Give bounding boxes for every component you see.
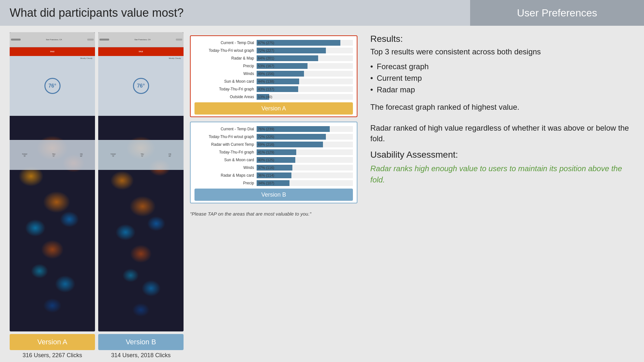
bullet-item: Radar map (370, 85, 634, 94)
chart-row-label: Sun & Moon card (194, 79, 254, 84)
chart-bar: 69% (216) (257, 142, 323, 147)
chart-bar-wrap: 41% (129) (257, 149, 353, 155)
chart-bar-wrap: 34% (107) (257, 180, 353, 186)
results-subtitle: Top 3 results were consistent across bot… (370, 47, 634, 57)
chart-bar-wrap: 36% (114) (257, 172, 353, 178)
chart-bar: 34% (107) (257, 180, 289, 186)
chart-row-label: Sun & Moon card (194, 158, 254, 162)
chart-bar-wrap: 40% (125) (257, 157, 353, 163)
chart-bar-wrap: 72% (225) (257, 134, 353, 140)
chart-row: Sun & Moon card44% (138) (194, 79, 353, 84)
section-label-box: User Preferences (470, 0, 644, 26)
screenshots-section: San Francisco, CA SALE 76° Mostly Cloudy (10, 32, 184, 359)
version-a-col: San Francisco, CA SALE 76° Mostly Cloudy (10, 32, 95, 359)
version-b-screenshot: San Francisco, CA SALE 76° Mostly Cloudy (98, 32, 184, 331)
section-label: User Preferences (517, 7, 597, 19)
chart-row-label: Radar & Map (194, 56, 254, 60)
version-a-stats: 316 Users, 2267 Clicks (10, 352, 95, 359)
chart-bar-value: 37% (116) (258, 166, 274, 170)
chart-bar-wrap: 37% (116) (257, 165, 353, 171)
chart-row-label: Today-Thu-Fri w/out graph (194, 48, 254, 53)
chart-row-label: Radar with Current Temp (194, 142, 254, 147)
chart-bar: 44% (138) (257, 79, 299, 84)
version-tab: Version A (194, 102, 353, 115)
chart-row-label: Outside Areas (194, 95, 254, 99)
bullet-item: Forecast graph (370, 62, 634, 71)
version-a-screenshot: San Francisco, CA SALE 76° Mostly Cloudy (10, 32, 95, 331)
chart-bar-value: 44% (138) (258, 79, 274, 83)
version-b-stats: 314 Users, 2018 Clicks (98, 352, 184, 359)
chart-row: Radar with Current Temp69% (216) (194, 142, 353, 147)
chart-bar-value: 34% (107) (258, 181, 274, 185)
main-content: San Francisco, CA SALE 76° Mostly Cloudy (0, 26, 644, 362)
chart-row-label: Precip (194, 64, 254, 68)
chart-bar: 87% (275) (257, 40, 340, 46)
page-title: What did participants value most? (0, 6, 470, 20)
chart-bar-wrap: 49% (156) (257, 71, 353, 77)
chart-bar: 72% (225) (257, 134, 326, 140)
chart-bar-value: 41% (129) (258, 150, 274, 154)
chart-row: Precip53% (167) (194, 63, 353, 69)
chart-row: Radar & Maps card36% (114) (194, 172, 353, 178)
chart-bar: 76% (239) (257, 126, 330, 132)
chart-row: Outside Areas13% (40) (194, 94, 353, 100)
chart-bar: 64% (201) (257, 55, 318, 61)
chart-row: Today-Thu-Fri graph41% (129) (194, 149, 353, 155)
chart-row-label: Current - Temp Dial (194, 41, 254, 45)
chart-row-label: Winds (194, 165, 254, 170)
results-title: Results: (370, 34, 634, 44)
chart-bar: 41% (129) (257, 149, 296, 155)
page-header: What did participants value most? User P… (0, 0, 644, 26)
chart-bar-value: 69% (216) (258, 143, 274, 146)
chart-bar: 72% (227) (257, 48, 326, 53)
bullet-list: Forecast graphCurrent tempRadar map (370, 62, 634, 94)
chart-row-label: Today-Thu-Fri graph (194, 150, 254, 154)
chart-bar-value: 76% (239) (258, 127, 274, 131)
bullet-item: Current temp (370, 74, 634, 83)
version-b-col: San Francisco, CA SALE 76° Mostly Cloudy (98, 32, 184, 359)
chart-bar-value: 53% (167) (258, 64, 274, 68)
chart-row: Winds49% (156) (194, 71, 353, 77)
chart-bar: 36% (114) (257, 172, 291, 178)
chart-row-label: Today-Thu-Fri graph (194, 87, 254, 91)
chart-bar-value: 13% (40) (258, 95, 272, 99)
chart-bar-wrap: 76% (239) (257, 126, 353, 132)
chart-row: Today-Thu-Fri w/out graph72% (225) (194, 134, 353, 140)
chart-bar: 49% (156) (257, 71, 304, 77)
chart-row: Today-Thu-Fri w/out graph72% (227) (194, 48, 353, 53)
chart-row-label: Winds (194, 71, 254, 76)
chart-b-container: Current - Temp Dial76% (239)Today-Thu-Fr… (190, 122, 357, 203)
usability-title: Usability Assessment: (370, 150, 634, 160)
version-tab: Version B (194, 189, 353, 201)
chart-bar-wrap: 69% (216) (257, 142, 353, 147)
chart-a-container: Current - Temp Dial87% (275)Today-Thu-Fr… (190, 35, 357, 117)
chart-row-label: Precip (194, 181, 254, 185)
chart-bar: 40% (125) (257, 157, 295, 163)
chart-bar-wrap: 44% (138) (257, 79, 353, 84)
quote-text: "Please TAP on the areas that are most v… (190, 211, 357, 217)
results-section: Results: Top 3 results were consistent a… (364, 32, 634, 359)
chart-row: Precip34% (107) (194, 180, 353, 186)
chart-row: Winds37% (116) (194, 165, 353, 171)
chart-bar-wrap: 87% (275) (257, 40, 353, 46)
chart-bar-value: 72% (227) (258, 49, 274, 52)
chart-row: Radar & Map64% (201) (194, 55, 353, 61)
chart-row-label: Radar & Maps card (194, 173, 254, 178)
chart-bar-wrap: 13% (40) (257, 94, 353, 100)
chart-bar-value: 36% (114) (258, 173, 274, 177)
chart-bar: 43% (137) (257, 86, 298, 92)
chart-row: Today-Thu-Fri graph43% (137) (194, 86, 353, 92)
forecast-text: The forecast graph ranked of highest val… (370, 102, 634, 144)
chart-bar-value: 49% (156) (258, 72, 274, 76)
chart-bar: 37% (116) (257, 165, 292, 171)
chart-row: Current - Temp Dial87% (275) (194, 40, 353, 46)
chart-bar: 53% (167) (257, 63, 308, 69)
chart-bar-value: 40% (125) (258, 158, 274, 162)
chart-row: Sun & Moon card40% (125) (194, 157, 353, 163)
chart-bar-value: 72% (225) (258, 135, 274, 139)
version-a-label: Version A (10, 334, 95, 350)
screenshot-row: San Francisco, CA SALE 76° Mostly Cloudy (10, 32, 184, 359)
chart-bar-value: 87% (275) (258, 41, 274, 45)
chart-bar-wrap: 72% (227) (257, 48, 353, 53)
chart-bar-wrap: 64% (201) (257, 55, 353, 61)
